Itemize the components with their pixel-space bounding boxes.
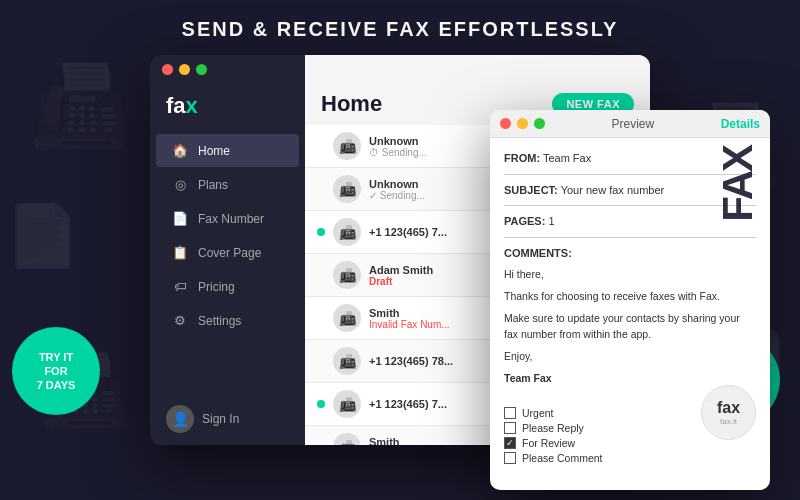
unread-dot <box>317 314 325 322</box>
checkbox-please-comment-box[interactable] <box>504 452 516 464</box>
preview-dot-red <box>500 118 511 129</box>
preview-dot-yellow <box>517 118 528 129</box>
settings-icon: ⚙ <box>172 313 188 328</box>
sidebar: fax 🏠 Home ◎ Plans 📄 Fax Number 📋 Cover <box>150 55 305 445</box>
unread-dot <box>317 185 325 193</box>
sidebar-item-pricing[interactable]: 🏷 Pricing <box>156 270 299 303</box>
sidebar-footer[interactable]: 👤 Sign In <box>150 393 305 445</box>
checkbox-for-review[interactable]: For Review <box>504 437 756 449</box>
fax-logo-sub: fax.it <box>720 417 737 426</box>
dot-yellow <box>179 64 190 75</box>
checkbox-urgent-box[interactable] <box>504 407 516 419</box>
sidebar-item-fax-number[interactable]: 📄 Fax Number <box>156 202 299 235</box>
fax-avatar: 📠 <box>333 304 361 332</box>
checkbox-urgent-label: Urgent <box>522 407 554 419</box>
fax-avatar: 📠 <box>333 218 361 246</box>
unread-dot <box>317 443 325 445</box>
page-header: SEND & RECEIVE FAX EFFORTLESSLY <box>0 0 800 55</box>
preview-details-link[interactable]: Details <box>721 117 760 131</box>
unread-dot <box>317 400 325 408</box>
preview-body-line-3: Make sure to update your contacts by sha… <box>504 310 756 344</box>
fax-number-icon: 📄 <box>172 211 188 226</box>
pricing-icon: 🏷 <box>172 279 188 294</box>
fax-logo-circle: fax fax.it <box>701 385 756 440</box>
cover-page-icon: 📋 <box>172 245 188 260</box>
page-title: Home <box>321 91 382 117</box>
unread-dot <box>317 228 325 236</box>
fax-avatar: 📠 <box>333 390 361 418</box>
sidebar-navigation: 🏠 Home ◎ Plans 📄 Fax Number 📋 Cover Page… <box>150 133 305 393</box>
nav-pricing-label: Pricing <box>198 280 235 294</box>
preview-body-line-1: Hi there, <box>504 266 756 283</box>
avatar: 👤 <box>166 405 194 433</box>
app-logo: fax <box>150 83 305 133</box>
nav-home-label: Home <box>198 144 230 158</box>
preview-dot-green <box>534 118 545 129</box>
nav-plans-label: Plans <box>198 178 228 192</box>
preview-body-line-5: Team Fax <box>504 370 756 387</box>
preview-body: FAX FROM: Team Fax SUBJECT: Your new fax… <box>490 138 770 490</box>
plans-icon: ◎ <box>172 177 188 192</box>
sidebar-item-settings[interactable]: ⚙ Settings <box>156 304 299 337</box>
home-icon: 🏠 <box>172 143 188 158</box>
checkbox-for-review-label: For Review <box>522 437 575 449</box>
dot-red <box>162 64 173 75</box>
sidebar-item-cover-page[interactable]: 📋 Cover Page <box>156 236 299 269</box>
preview-divider-3 <box>504 237 756 238</box>
sign-in-label: Sign In <box>202 412 239 426</box>
fax-avatar: 📠 <box>333 132 361 160</box>
nav-cover-page-label: Cover Page <box>198 246 261 260</box>
fax-avatar: 📠 <box>333 175 361 203</box>
sidebar-item-home[interactable]: 🏠 Home <box>156 134 299 167</box>
fax-logo-text: fax <box>717 399 740 417</box>
preview-body-line-4: Enjoy, <box>504 348 756 365</box>
unread-dot <box>317 142 325 150</box>
preview-titlebar: Preview Details <box>490 110 770 138</box>
nav-settings-label: Settings <box>198 314 241 328</box>
checkbox-please-comment-label: Please Comment <box>522 452 603 464</box>
main-titlebar <box>305 55 650 83</box>
fax-avatar: 📠 <box>333 347 361 375</box>
fax-avatar: 📠 <box>333 433 361 445</box>
sidebar-titlebar <box>150 55 305 83</box>
unread-dot <box>317 271 325 279</box>
fax-avatar: 📠 <box>333 261 361 289</box>
sidebar-item-plans[interactable]: ◎ Plans <box>156 168 299 201</box>
preview-title: Preview <box>551 117 715 131</box>
nav-fax-number-label: Fax Number <box>198 212 264 226</box>
fax-vertical-label: FAX <box>714 146 762 222</box>
preview-body-line-2: Thanks for choosing to receive faxes wit… <box>504 288 756 305</box>
unread-dot <box>317 357 325 365</box>
dot-green <box>196 64 207 75</box>
header-title: SEND & RECEIVE FAX EFFORTLESSLY <box>182 18 619 40</box>
try-badge[interactable]: TRY IT FOR 7 DAYS <box>12 327 100 415</box>
checkbox-for-review-box[interactable] <box>504 437 516 449</box>
preview-window: Preview Details FAX FROM: Team Fax SUBJE… <box>490 110 770 490</box>
checkbox-please-comment[interactable]: Please Comment <box>504 452 756 464</box>
checkbox-please-reply-label: Please Reply <box>522 422 584 434</box>
checkbox-please-reply-box[interactable] <box>504 422 516 434</box>
preview-comments-label: COMMENTS: <box>504 245 756 262</box>
